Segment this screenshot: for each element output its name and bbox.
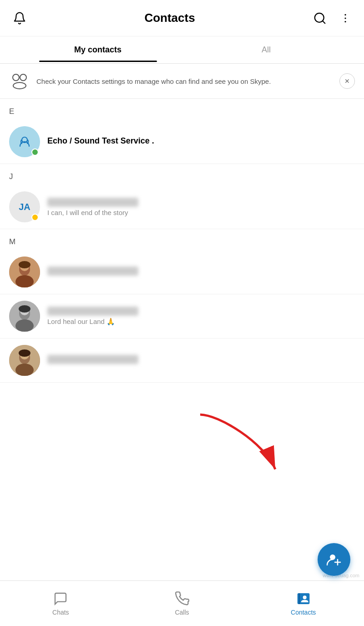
svg-point-3 (344, 17, 346, 19)
header-actions (311, 10, 353, 27)
banner-text: Check your Contacts settings to manage w… (36, 77, 333, 86)
contact-ja-info: I can, I will end of the story (47, 198, 355, 216)
svg-point-7 (13, 82, 26, 89)
svg-point-6 (20, 74, 26, 81)
search-button[interactable] (311, 10, 329, 27)
contact-m1[interactable] (0, 250, 364, 294)
section-j-header: J (0, 164, 364, 185)
avatar-wrap-m1 (9, 257, 40, 287)
arrow-overlay (191, 405, 282, 480)
svg-line-1 (323, 21, 325, 23)
contact-ja-name-blurred (47, 198, 138, 207)
avatar-wrap-ja: JA (9, 191, 40, 222)
contact-ja[interactable]: JA I can, I will end of the story (0, 185, 364, 229)
banner-close-button[interactable]: ✕ (339, 73, 355, 89)
svg-point-30 (303, 595, 306, 599)
status-online (31, 149, 39, 156)
section-e-header: E (0, 99, 364, 120)
search-icon (313, 11, 327, 25)
contact-m2-sub: Lord heal our Land 🙏 (47, 318, 355, 326)
avatar-wrap-echo (9, 126, 40, 157)
chats-icon (53, 591, 68, 606)
tabs: My contacts All (0, 36, 364, 64)
contact-m2-info: Lord heal our Land 🙏 (47, 307, 355, 326)
tab-my-contacts[interactable]: My contacts (14, 38, 182, 62)
avatar-m1 (9, 257, 40, 287)
svg-point-4 (344, 21, 346, 22)
more-button[interactable] (338, 10, 353, 26)
contact-echo-info: Echo / Sound Test Service . (47, 136, 355, 148)
bell-icon (13, 11, 26, 25)
section-m-header: M (0, 229, 364, 250)
svg-rect-29 (298, 593, 300, 604)
contact-ja-sub: I can, I will end of the story (47, 209, 355, 216)
group-icon (9, 71, 30, 91)
calls-label: Calls (175, 609, 189, 616)
svg-point-24 (19, 349, 30, 357)
tab-all[interactable]: All (182, 38, 350, 62)
bottom-navigation: Chats Calls Contacts (0, 580, 364, 626)
svg-point-13 (19, 261, 30, 268)
svg-point-22 (15, 364, 34, 376)
nav-contacts[interactable]: Contacts (243, 587, 364, 621)
contact-m2[interactable]: Lord heal our Land 🙏 (0, 294, 364, 339)
avatar-m3 (9, 345, 40, 376)
svg-point-19 (19, 305, 30, 313)
add-contact-button[interactable] (318, 543, 350, 576)
add-contact-icon (326, 551, 342, 568)
contact-m3[interactable] (0, 339, 364, 383)
avatar-m2 (9, 301, 40, 332)
avatar-wrap-m2 (9, 301, 40, 332)
contact-m3-name-blurred (47, 355, 138, 364)
svg-point-5 (13, 74, 19, 81)
close-icon: ✕ (344, 77, 350, 85)
contacts-banner: Check your Contacts settings to manage w… (0, 64, 364, 99)
page-title: Contacts (144, 11, 195, 25)
contact-m2-name-blurred (47, 307, 138, 316)
svg-point-11 (15, 275, 34, 287)
contact-m1-name-blurred (47, 267, 138, 276)
contact-echo-name: Echo / Sound Test Service . (47, 136, 355, 146)
svg-point-17 (15, 319, 34, 332)
nav-calls[interactable]: Calls (121, 587, 243, 621)
avatar-wrap-m3 (9, 345, 40, 376)
more-icon (339, 12, 351, 24)
calls-icon (175, 591, 189, 606)
status-away (31, 214, 39, 221)
bell-button[interactable] (11, 10, 28, 27)
nav-chats[interactable]: Chats (0, 587, 121, 621)
contacts-label: Contacts (291, 609, 316, 616)
contact-m1-info (47, 267, 355, 277)
chats-label: Chats (52, 609, 69, 616)
contacts-icon (296, 591, 311, 606)
svg-point-2 (344, 14, 346, 15)
header: Contacts (0, 0, 364, 36)
contact-echo[interactable]: Echo / Sound Test Service . (0, 120, 364, 164)
contact-m3-info (47, 355, 355, 366)
